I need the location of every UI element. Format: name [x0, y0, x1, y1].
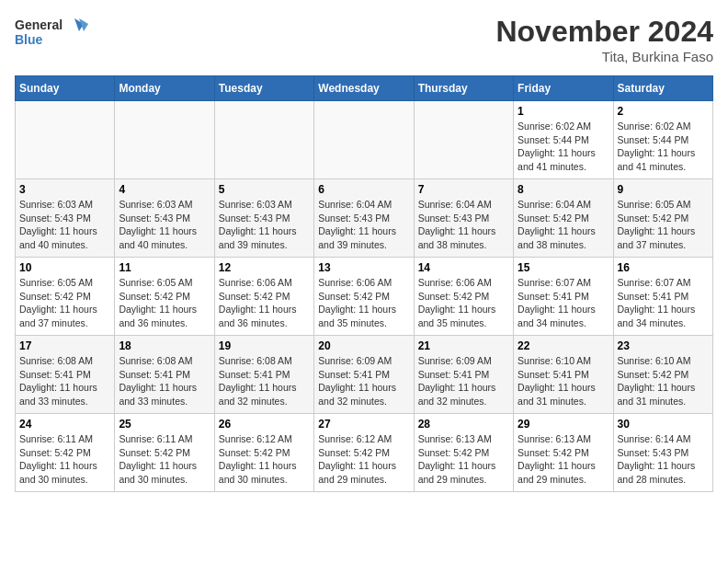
day-info: Sunrise: 6:13 AM Sunset: 5:42 PM Dayligh…	[418, 432, 509, 487]
calendar-cell	[214, 101, 313, 179]
calendar-cell: 24Sunrise: 6:11 AM Sunset: 5:42 PM Dayli…	[16, 414, 115, 492]
calendar-cell	[314, 101, 414, 179]
day-number: 8	[518, 183, 609, 196]
day-number: 9	[618, 183, 709, 196]
svg-text:Blue: Blue	[15, 32, 43, 47]
day-info: Sunrise: 6:11 AM Sunset: 5:42 PM Dayligh…	[119, 432, 210, 487]
day-number: 24	[19, 418, 110, 431]
day-number: 13	[318, 261, 409, 274]
calendar-cell: 3Sunrise: 6:03 AM Sunset: 5:43 PM Daylig…	[16, 179, 115, 258]
day-info: Sunrise: 6:07 AM Sunset: 5:41 PM Dayligh…	[618, 276, 709, 330]
page-title: November 2024	[495, 15, 713, 49]
calendar-cell: 27Sunrise: 6:12 AM Sunset: 5:42 PM Dayli…	[314, 414, 414, 492]
day-info: Sunrise: 6:05 AM Sunset: 5:42 PM Dayligh…	[19, 276, 110, 330]
day-info: Sunrise: 6:09 AM Sunset: 5:41 PM Dayligh…	[318, 354, 409, 408]
calendar-cell	[414, 101, 513, 179]
logo-svg: General Blue	[15, 15, 88, 52]
calendar-cell: 21Sunrise: 6:09 AM Sunset: 5:41 PM Dayli…	[414, 336, 513, 414]
day-info: Sunrise: 6:10 AM Sunset: 5:41 PM Dayligh…	[518, 354, 609, 408]
calendar-cell: 18Sunrise: 6:08 AM Sunset: 5:41 PM Dayli…	[115, 336, 214, 414]
day-number: 20	[318, 339, 409, 352]
calendar-cell: 9Sunrise: 6:05 AM Sunset: 5:42 PM Daylig…	[613, 179, 712, 258]
day-number: 3	[19, 183, 110, 196]
calendar-cell: 15Sunrise: 6:07 AM Sunset: 5:41 PM Dayli…	[514, 258, 613, 336]
calendar-cell: 8Sunrise: 6:04 AM Sunset: 5:42 PM Daylig…	[514, 179, 613, 258]
day-info: Sunrise: 6:10 AM Sunset: 5:42 PM Dayligh…	[618, 354, 709, 408]
day-info: Sunrise: 6:08 AM Sunset: 5:41 PM Dayligh…	[19, 354, 110, 408]
day-info: Sunrise: 6:04 AM Sunset: 5:42 PM Dayligh…	[518, 198, 609, 252]
day-info: Sunrise: 6:04 AM Sunset: 5:43 PM Dayligh…	[418, 198, 509, 252]
calendar-cell: 11Sunrise: 6:05 AM Sunset: 5:42 PM Dayli…	[115, 258, 214, 336]
day-number: 25	[119, 418, 210, 431]
day-info: Sunrise: 6:11 AM Sunset: 5:42 PM Dayligh…	[19, 432, 110, 487]
calendar-cell: 14Sunrise: 6:06 AM Sunset: 5:42 PM Dayli…	[414, 258, 513, 336]
calendar-cell: 17Sunrise: 6:08 AM Sunset: 5:41 PM Dayli…	[16, 336, 115, 414]
calendar-table: SundayMondayTuesdayWednesdayThursdayFrid…	[15, 75, 713, 492]
day-number: 26	[219, 418, 310, 431]
day-number: 5	[219, 183, 310, 196]
calendar-header-monday: Monday	[115, 76, 214, 101]
calendar-cell: 23Sunrise: 6:10 AM Sunset: 5:42 PM Dayli…	[613, 336, 712, 414]
calendar-header-wednesday: Wednesday	[314, 76, 414, 101]
day-info: Sunrise: 6:09 AM Sunset: 5:41 PM Dayligh…	[418, 354, 509, 408]
title-block: November 2024 Tita, Burkina Faso	[495, 15, 713, 64]
day-info: Sunrise: 6:08 AM Sunset: 5:41 PM Dayligh…	[219, 354, 310, 408]
calendar-cell	[115, 101, 214, 179]
day-number: 2	[618, 105, 709, 118]
calendar-header-tuesday: Tuesday	[214, 76, 313, 101]
day-number: 23	[618, 339, 709, 352]
calendar-cell: 6Sunrise: 6:04 AM Sunset: 5:43 PM Daylig…	[314, 179, 414, 258]
logo: General Blue	[15, 15, 88, 52]
day-info: Sunrise: 6:07 AM Sunset: 5:41 PM Dayligh…	[518, 276, 609, 330]
day-number: 17	[19, 339, 110, 352]
day-number: 21	[418, 339, 509, 352]
day-number: 28	[418, 418, 509, 431]
calendar-cell: 5Sunrise: 6:03 AM Sunset: 5:43 PM Daylig…	[214, 179, 313, 258]
day-number: 18	[119, 339, 210, 352]
calendar-cell: 12Sunrise: 6:06 AM Sunset: 5:42 PM Dayli…	[214, 258, 313, 336]
calendar-cell: 26Sunrise: 6:12 AM Sunset: 5:42 PM Dayli…	[214, 414, 313, 492]
calendar-cell: 4Sunrise: 6:03 AM Sunset: 5:43 PM Daylig…	[115, 179, 214, 258]
calendar-cell: 30Sunrise: 6:14 AM Sunset: 5:43 PM Dayli…	[613, 414, 712, 492]
calendar-cell: 20Sunrise: 6:09 AM Sunset: 5:41 PM Dayli…	[314, 336, 414, 414]
day-number: 11	[119, 261, 210, 274]
svg-text:General: General	[15, 17, 63, 32]
calendar-cell: 7Sunrise: 6:04 AM Sunset: 5:43 PM Daylig…	[414, 179, 513, 258]
day-info: Sunrise: 6:02 AM Sunset: 5:44 PM Dayligh…	[618, 120, 709, 174]
calendar-week-3: 10Sunrise: 6:05 AM Sunset: 5:42 PM Dayli…	[16, 258, 713, 336]
calendar-cell: 1Sunrise: 6:02 AM Sunset: 5:44 PM Daylig…	[514, 101, 613, 179]
calendar-cell: 13Sunrise: 6:06 AM Sunset: 5:42 PM Dayli…	[314, 258, 414, 336]
day-number: 4	[119, 183, 210, 196]
day-info: Sunrise: 6:05 AM Sunset: 5:42 PM Dayligh…	[618, 198, 709, 252]
day-info: Sunrise: 6:13 AM Sunset: 5:42 PM Dayligh…	[518, 432, 609, 487]
day-number: 14	[418, 261, 509, 274]
calendar-cell: 19Sunrise: 6:08 AM Sunset: 5:41 PM Dayli…	[214, 336, 313, 414]
day-info: Sunrise: 6:12 AM Sunset: 5:42 PM Dayligh…	[318, 432, 409, 487]
calendar-cell: 29Sunrise: 6:13 AM Sunset: 5:42 PM Dayli…	[514, 414, 613, 492]
day-number: 15	[518, 261, 609, 274]
calendar-week-2: 3Sunrise: 6:03 AM Sunset: 5:43 PM Daylig…	[16, 179, 713, 258]
calendar-week-5: 24Sunrise: 6:11 AM Sunset: 5:42 PM Dayli…	[16, 414, 713, 492]
calendar-header-friday: Friday	[514, 76, 613, 101]
calendar-cell	[16, 101, 115, 179]
day-info: Sunrise: 6:08 AM Sunset: 5:41 PM Dayligh…	[119, 354, 210, 408]
day-number: 27	[318, 418, 409, 431]
day-number: 6	[318, 183, 409, 196]
calendar-header-sunday: Sunday	[16, 76, 115, 101]
day-info: Sunrise: 6:06 AM Sunset: 5:42 PM Dayligh…	[418, 276, 509, 330]
calendar-header-thursday: Thursday	[414, 76, 513, 101]
day-number: 29	[518, 418, 609, 431]
calendar-cell: 2Sunrise: 6:02 AM Sunset: 5:44 PM Daylig…	[613, 101, 712, 179]
page-subtitle: Tita, Burkina Faso	[495, 49, 713, 64]
calendar-cell: 25Sunrise: 6:11 AM Sunset: 5:42 PM Dayli…	[115, 414, 214, 492]
day-number: 30	[618, 418, 709, 431]
day-info: Sunrise: 6:05 AM Sunset: 5:42 PM Dayligh…	[119, 276, 210, 330]
day-info: Sunrise: 6:06 AM Sunset: 5:42 PM Dayligh…	[219, 276, 310, 330]
day-info: Sunrise: 6:03 AM Sunset: 5:43 PM Dayligh…	[219, 198, 310, 252]
day-info: Sunrise: 6:03 AM Sunset: 5:43 PM Dayligh…	[19, 198, 110, 252]
day-number: 7	[418, 183, 509, 196]
calendar-cell: 10Sunrise: 6:05 AM Sunset: 5:42 PM Dayli…	[16, 258, 115, 336]
calendar-header-saturday: Saturday	[613, 76, 712, 101]
calendar-cell: 16Sunrise: 6:07 AM Sunset: 5:41 PM Dayli…	[613, 258, 712, 336]
day-info: Sunrise: 6:03 AM Sunset: 5:43 PM Dayligh…	[119, 198, 210, 252]
